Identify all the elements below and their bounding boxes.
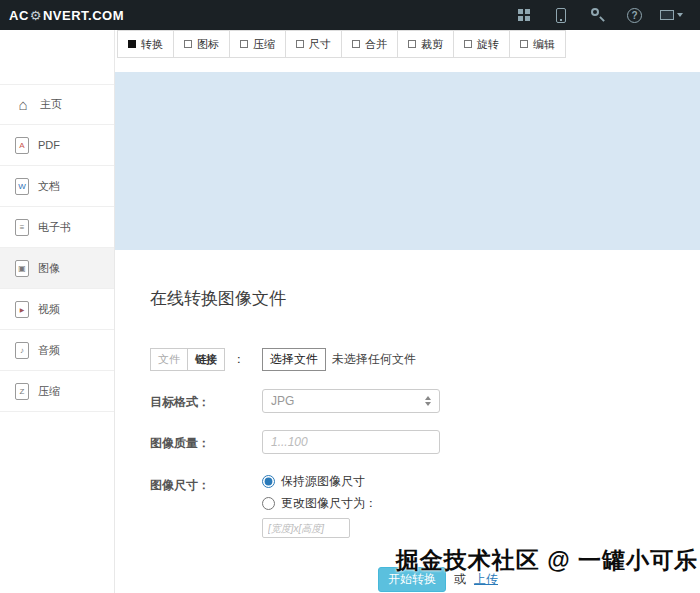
watermark-text: 掘金技术社区 @ 一罐小可乐 (396, 545, 698, 576)
source-toggle: 文件 链接 ： (150, 348, 245, 371)
top-bar: AC ⚙ NVERT.COM ? (0, 0, 700, 30)
word-document-icon: W (15, 178, 29, 195)
search-glyph (591, 8, 605, 22)
filled-square-icon (128, 40, 136, 48)
tab-compress[interactable]: 压缩 (229, 30, 286, 58)
tab-merge[interactable]: 合并 (341, 30, 398, 58)
tab-convert[interactable]: 转换 (117, 30, 174, 58)
square-icon (464, 40, 472, 48)
target-format-label: 目标格式： (150, 394, 210, 411)
square-icon (184, 40, 192, 48)
page-title: 在线转换图像文件 (150, 287, 286, 310)
tab-label: 转换 (141, 37, 163, 52)
sidebar-item-label: 文档 (38, 179, 60, 194)
sidebar-item-label: 压缩 (38, 384, 60, 399)
tab-label: 尺寸 (309, 37, 331, 52)
tab-label: 裁剪 (421, 37, 443, 52)
sidebar-item-label: 主页 (40, 97, 62, 112)
tab-label: 合并 (365, 37, 387, 52)
apps-grid-icon[interactable] (505, 0, 542, 30)
change-size-label: 更改图像尺寸为： (281, 495, 377, 512)
sidebar-item-image[interactable]: ▣ 图像 (0, 248, 114, 289)
source-file-tab[interactable]: 文件 (150, 348, 188, 371)
tab-edit[interactable]: 编辑 (509, 30, 566, 58)
change-size-radio[interactable] (262, 497, 275, 510)
language-flag-icon[interactable] (653, 0, 690, 30)
sidebar-item-ebook[interactable]: ≡ 电子书 (0, 207, 114, 248)
tab-icon[interactable]: 图标 (173, 30, 230, 58)
tab-resize[interactable]: 尺寸 (285, 30, 342, 58)
mobile-glyph (556, 8, 566, 23)
sidebar-item-label: 电子书 (38, 220, 71, 235)
target-format-select[interactable]: JPG (262, 389, 440, 413)
image-file-icon: ▣ (15, 260, 29, 277)
image-size-label: 图像尺寸： (150, 477, 210, 494)
audio-file-icon: ♪ (15, 342, 29, 359)
colon-separator: ： (233, 351, 245, 368)
sidebar-item-audio[interactable]: ♪ 音频 (0, 330, 114, 371)
image-quality-input[interactable] (262, 430, 440, 454)
flag-glyph (660, 10, 683, 20)
help-icon[interactable]: ? (616, 0, 653, 30)
tab-crop[interactable]: 裁剪 (397, 30, 454, 58)
choose-file-button[interactable]: 选择文件 (262, 348, 326, 371)
select-arrows-icon (425, 396, 431, 406)
square-icon (240, 40, 248, 48)
home-icon: ⌂ (15, 96, 31, 113)
tab-label: 压缩 (253, 37, 275, 52)
sidebar-item-pdf[interactable]: A PDF (0, 125, 114, 166)
sidebar-item-archive[interactable]: Z 压缩 (0, 371, 114, 412)
apps-grid-glyph (518, 9, 530, 21)
square-icon (520, 40, 528, 48)
square-icon (296, 40, 304, 48)
selected-format-value: JPG (271, 394, 294, 408)
image-tools-tabbar: 转换 图标 压缩 尺寸 合并 裁剪 旋转 编辑 (115, 30, 700, 58)
pdf-file-icon: A (15, 137, 29, 154)
size-dimensions-input[interactable] (262, 518, 350, 538)
site-logo[interactable]: AC ⚙ NVERT.COM (0, 8, 124, 23)
keep-size-radio[interactable] (262, 475, 275, 488)
image-quality-label: 图像质量： (150, 435, 210, 452)
search-icon[interactable] (579, 0, 616, 30)
archive-file-icon: Z (15, 383, 29, 400)
ebook-icon: ≡ (15, 219, 29, 236)
sidebar-item-home[interactable]: ⌂ 主页 (0, 84, 114, 125)
keep-size-option[interactable]: 保持源图像尺寸 (262, 473, 377, 490)
sidebar-item-label: 图像 (38, 261, 60, 276)
gear-icon: ⚙ (30, 8, 42, 23)
tab-rotate[interactable]: 旋转 (453, 30, 510, 58)
sidebar-item-label: 音频 (38, 343, 60, 358)
sidebar-item-label: PDF (38, 139, 60, 151)
topbar-icon-group: ? (505, 0, 700, 30)
video-file-icon: ▶ (15, 301, 29, 318)
sidebar: ⌂ 主页 A PDF W 文档 ≡ 电子书 ▣ 图像 ▶ 视频 ♪ 音频 Z 压… (0, 30, 115, 593)
tab-label: 编辑 (533, 37, 555, 52)
keep-size-label: 保持源图像尺寸 (281, 473, 365, 490)
logo-text-prefix: AC (9, 8, 29, 23)
logo-text-suffix: NVERT.COM (43, 8, 124, 23)
ad-banner[interactable] (115, 72, 700, 250)
file-picker: 选择文件 未选择任何文件 (262, 348, 416, 371)
chevron-down-icon (677, 13, 683, 17)
sidebar-item-label: 视频 (38, 302, 60, 317)
tab-label: 图标 (197, 37, 219, 52)
image-size-options: 保持源图像尺寸 更改图像尺寸为： (262, 473, 377, 538)
source-link-tab[interactable]: 链接 (187, 348, 225, 371)
help-glyph: ? (627, 8, 642, 23)
sidebar-item-video[interactable]: ▶ 视频 (0, 289, 114, 330)
change-size-option[interactable]: 更改图像尺寸为： (262, 495, 377, 512)
tab-label: 旋转 (477, 37, 499, 52)
mobile-icon[interactable] (542, 0, 579, 30)
sidebar-item-document[interactable]: W 文档 (0, 166, 114, 207)
square-icon (408, 40, 416, 48)
square-icon (352, 40, 360, 48)
file-status-text: 未选择任何文件 (332, 351, 416, 368)
